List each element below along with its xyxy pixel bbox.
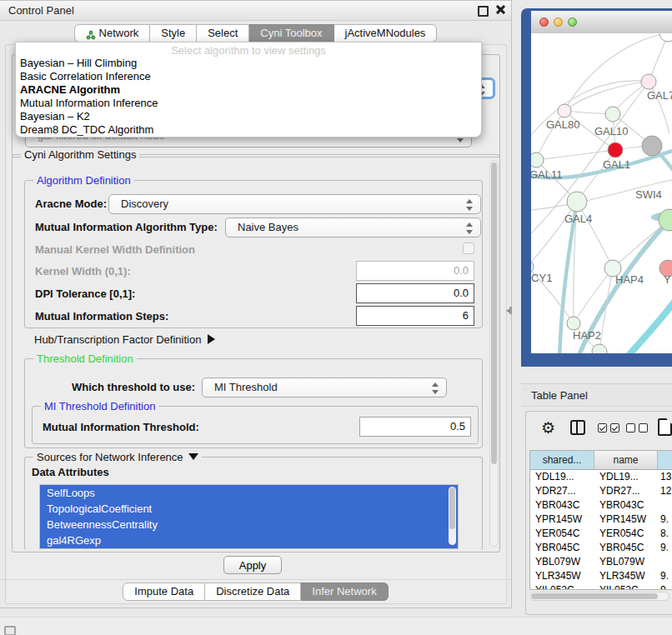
manual-kernel-label: Manual Kernel Width Definition bbox=[35, 243, 195, 256]
scrollbar-thumb[interactable] bbox=[449, 488, 455, 529]
kernel-width-input[interactable]: 0.0 bbox=[356, 261, 474, 281]
table-row[interactable]: YLR345WYLR345W9. bbox=[530, 569, 672, 583]
tab-infer-network[interactable]: Infer Network bbox=[301, 582, 388, 601]
attribute-item-selfloops[interactable]: SelfLoops bbox=[40, 485, 458, 501]
table-cell: 8. bbox=[658, 527, 672, 541]
tab-label: Style bbox=[161, 25, 185, 42]
network-graph: GAL7GAL80GAL10GAL1GAL11GAL4SWI4GCY1HAP4Y… bbox=[531, 33, 672, 353]
tab-cyni-toolbox[interactable]: Cyni Toolbox bbox=[249, 24, 333, 42]
settings-scrollbar[interactable] bbox=[489, 160, 499, 547]
aracne-mode-combobox[interactable]: Discovery bbox=[108, 194, 481, 214]
node-label: GAL80 bbox=[546, 118, 579, 131]
dropdown-item-mutual-information-inference[interactable]: Mutual Information Inference bbox=[16, 97, 481, 110]
network-canvas[interactable]: GAL7GAL80GAL10GAL1GAL11GAL4SWI4GCY1HAP4Y… bbox=[531, 33, 672, 353]
table-cell: YDL19... bbox=[530, 470, 594, 484]
divider bbox=[0, 579, 511, 580]
dropdown-item-basic-correlation-inference[interactable]: Basic Correlation Inference bbox=[16, 70, 481, 83]
network-node-gal80[interactable] bbox=[558, 104, 571, 118]
table-row[interactable]: YBL079WYBL079W bbox=[530, 555, 672, 569]
table-cell: YER054C bbox=[594, 527, 658, 541]
apply-button[interactable]: Apply bbox=[223, 556, 282, 574]
gear-icon[interactable]: ⚙ bbox=[541, 419, 555, 438]
tab-style[interactable]: Style bbox=[150, 24, 197, 42]
zoom-traffic-light-icon[interactable] bbox=[568, 18, 577, 27]
table-cell: YDR27... bbox=[530, 484, 594, 498]
status-strip bbox=[0, 617, 672, 635]
threshold-definition-group: Threshold Definition Which threshold to … bbox=[24, 358, 483, 448]
network-icon bbox=[86, 28, 96, 38]
control-panel-tabs: NetworkStyleSelectCyni ToolboxjActiveMNo… bbox=[0, 24, 511, 42]
select-all-checkbox-icon[interactable] bbox=[610, 423, 619, 432]
mi-threshold-group: MI Threshold Definition Mutual Informati… bbox=[32, 406, 479, 444]
tab-label: jActiveMNodules bbox=[345, 25, 426, 42]
network-node-gal10[interactable] bbox=[605, 107, 620, 122]
table-cell: 13 bbox=[658, 470, 672, 484]
hub-definition-toggle[interactable]: Hub/Transcription Factor Definition bbox=[34, 333, 215, 346]
column-header-shared-[interactable]: shared... bbox=[530, 451, 594, 469]
tab-jactivemnodules[interactable]: jActiveMNodules bbox=[334, 24, 438, 42]
network-node-gal11[interactable] bbox=[531, 152, 544, 168]
scrollbar-thumb[interactable] bbox=[491, 162, 497, 464]
tab-impute-data[interactable]: Impute Data bbox=[123, 582, 205, 601]
dropdown-item-bayesian-k2[interactable]: Bayesian – K2 bbox=[16, 110, 481, 123]
table-row[interactable]: YIL052CYIL052C9 bbox=[530, 583, 672, 590]
table-panel-body: ⚙ shared...nameA YDL19...YDL19...13YDR27… bbox=[525, 411, 672, 615]
new-table-icon[interactable] bbox=[658, 418, 672, 436]
dropdown-item-dream8-dc-tdc-algorithm[interactable]: Dream8 DC_TDC Algorithm bbox=[16, 123, 481, 137]
minimize-traffic-light-icon[interactable] bbox=[554, 18, 563, 27]
attribute-item-betweennesscentrality[interactable]: BetweennessCentrality bbox=[40, 517, 458, 532]
dpi-tolerance-input[interactable]: 0.0 bbox=[356, 283, 474, 303]
network-node[interactable] bbox=[592, 344, 607, 353]
mi-steps-input[interactable]: 6 bbox=[356, 306, 474, 326]
network-node[interactable] bbox=[642, 136, 662, 156]
deselect-all-checkbox-icon[interactable] bbox=[639, 423, 648, 432]
table-cell bbox=[658, 498, 672, 512]
tab-discretize-data[interactable]: Discretize Data bbox=[205, 582, 301, 601]
table-row[interactable]: YER054CYER054C8. bbox=[530, 527, 672, 541]
network-node-hap2[interactable] bbox=[567, 317, 580, 330]
table-cell: YBR043C bbox=[594, 498, 658, 512]
select-all-checkbox-icon[interactable] bbox=[598, 423, 607, 432]
expand-right-icon bbox=[208, 334, 215, 344]
table-row[interactable]: YDL19...YDL19...13 bbox=[530, 470, 672, 484]
which-threshold-combobox[interactable]: MI Threshold bbox=[202, 378, 447, 398]
close-icon[interactable] bbox=[495, 5, 504, 14]
docked-panel-icon[interactable] bbox=[4, 626, 16, 635]
table-row[interactable]: YBR045CYBR045C9. bbox=[530, 541, 672, 555]
table-row[interactable]: YBR043CYBR043C bbox=[530, 498, 672, 512]
column-header-a[interactable]: A bbox=[658, 451, 672, 469]
dropdown-items: Bayesian – Hill ClimbingBasic Correlatio… bbox=[16, 57, 481, 137]
close-traffic-light-icon[interactable] bbox=[539, 18, 549, 27]
sources-toggle[interactable]: Sources for Network Inference bbox=[33, 451, 202, 463]
deselect-all-checkbox-icon[interactable] bbox=[626, 423, 635, 432]
dropdown-item-aracne-algorithm[interactable]: ARACNE Algorithm bbox=[16, 83, 481, 97]
mi-type-combobox[interactable]: Naive Bayes bbox=[225, 218, 481, 238]
sources-title: Sources for Network Inference bbox=[37, 451, 183, 463]
attribute-item-topologicalcoefficient[interactable]: TopologicalCoefficient bbox=[40, 501, 458, 517]
network-node[interactable] bbox=[659, 33, 672, 42]
manual-kernel-checkbox[interactable] bbox=[463, 242, 474, 254]
network-node-gal7[interactable] bbox=[641, 74, 656, 89]
table-cell: YBL079W bbox=[530, 555, 594, 569]
table-row[interactable]: YDR27...YDR27...12 bbox=[530, 484, 672, 498]
group-title: Threshold Definition bbox=[33, 352, 137, 365]
attribute-item-gal4rgexp[interactable]: gal4RGexp bbox=[40, 532, 458, 548]
scrollbar-thumb[interactable] bbox=[531, 593, 658, 599]
tab-select[interactable]: Select bbox=[197, 24, 249, 42]
mi-threshold-input[interactable]: 0.5 bbox=[359, 417, 471, 437]
edge bbox=[623, 302, 672, 353]
dropdown-item-bayesian-hill-climbing[interactable]: Bayesian – Hill Climbing bbox=[16, 57, 481, 70]
network-window-titlebar[interactable] bbox=[531, 11, 672, 34]
table-cell: 9. bbox=[658, 569, 672, 583]
float-panel-icon[interactable] bbox=[478, 6, 489, 17]
list-scrollbar[interactable] bbox=[449, 487, 456, 545]
table-horizontal-scrollbar[interactable] bbox=[529, 592, 669, 601]
table-row[interactable]: YPR145WYPR145W9. bbox=[530, 512, 672, 527]
tab-network[interactable]: Network bbox=[74, 24, 151, 42]
node-table: shared...nameA YDL19...YDL19...13YDR27..… bbox=[529, 450, 672, 590]
columns-icon[interactable] bbox=[570, 420, 585, 435]
node-label: GAL1 bbox=[603, 158, 630, 171]
network-node-gal1[interactable] bbox=[608, 142, 623, 158]
network-node-gal4[interactable] bbox=[567, 192, 587, 212]
column-header-name[interactable]: name bbox=[594, 451, 658, 469]
